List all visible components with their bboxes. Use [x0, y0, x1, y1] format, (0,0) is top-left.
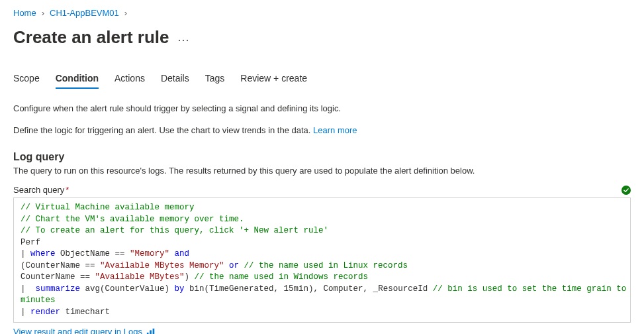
chevron-right-icon: › [42, 8, 44, 18]
tab-scope[interactable]: Scope [13, 73, 40, 89]
tab-tags[interactable]: Tags [205, 73, 225, 89]
search-query-label-row: Search query* [13, 185, 631, 195]
breadcrumb-home[interactable]: Home [13, 8, 36, 18]
code-text: ObjectName == [56, 249, 130, 258]
search-query-label-text: Search query [13, 185, 64, 195]
tab-bar: Scope Condition Actions Details Tags Rev… [13, 73, 631, 89]
log-query-description: The query to run on this resource's logs… [13, 166, 631, 176]
code-string: "Available MBytes Memory" [100, 261, 224, 270]
page-title-row: Create an alert rule ⋯ [13, 27, 631, 48]
code-comment: // bin is used to set the time grain to … [433, 284, 631, 294]
learn-more-link[interactable]: Learn more [313, 125, 357, 135]
condition-intro-text: Configure when the alert rule should tri… [13, 103, 631, 113]
tab-details[interactable]: Details [161, 73, 189, 89]
required-indicator: * [66, 185, 69, 195]
code-string: "Available MBytes" [95, 272, 185, 282]
code-keyword: or [224, 261, 244, 270]
code-comment: minutes [21, 296, 56, 305]
code-text: timechart [60, 307, 110, 317]
condition-define-text: Define the logic for triggering an alert… [13, 125, 631, 135]
code-text: (CounterName == [21, 261, 100, 270]
search-query-label: Search query* [13, 185, 69, 195]
define-logic-text: Define the logic for triggering an alert… [13, 125, 313, 135]
page-title: Create an alert rule [13, 27, 169, 48]
validation-success-icon [621, 186, 631, 195]
code-line: Perf [21, 238, 40, 247]
code-comment: // Virtual Machine available memory [21, 203, 195, 212]
code-keyword: and [169, 249, 189, 258]
code-line: | [21, 249, 30, 258]
code-text: | [21, 284, 36, 294]
code-keyword: by [175, 284, 185, 294]
view-in-logs-link[interactable]: View result and edit query in Logs [13, 327, 142, 334]
view-in-logs-row: View result and edit query in Logs [13, 327, 631, 334]
code-text: CounterName == [21, 272, 95, 282]
code-comment: // the name used in Windows records [195, 272, 369, 282]
log-query-heading: Log query [13, 151, 631, 163]
code-comment: // To create an alert for this query, cl… [21, 226, 328, 235]
code-text: avg(CounterValue) [80, 284, 175, 294]
code-comment: // Chart the VM's available memory over … [21, 215, 244, 224]
code-comment: // the name used in Linux records [244, 261, 408, 270]
logs-icon [146, 327, 156, 335]
tab-review-create[interactable]: Review + create [240, 73, 307, 89]
code-string: "Memory" [130, 249, 169, 258]
breadcrumb-resource[interactable]: CH1-AppBEVM01 [50, 8, 119, 18]
code-keyword: render [30, 307, 60, 317]
code-text: ) [185, 272, 195, 282]
code-keyword: summarize [36, 284, 81, 294]
svg-rect-3 [153, 328, 155, 334]
code-text: bin(TimeGenerated, 15min), Computer, _Re… [185, 284, 433, 294]
tab-condition[interactable]: Condition [56, 73, 99, 89]
breadcrumb: Home › CH1-AppBEVM01 › [13, 5, 631, 27]
search-query-editor[interactable]: // Virtual Machine available memory // C… [13, 197, 631, 323]
code-text: | [21, 307, 30, 317]
more-actions-button[interactable]: ⋯ [177, 28, 190, 47]
tab-actions[interactable]: Actions [115, 73, 145, 89]
svg-rect-2 [150, 330, 152, 334]
chevron-right-icon: › [124, 8, 127, 18]
code-keyword: where [30, 249, 56, 258]
svg-point-0 [621, 186, 631, 195]
